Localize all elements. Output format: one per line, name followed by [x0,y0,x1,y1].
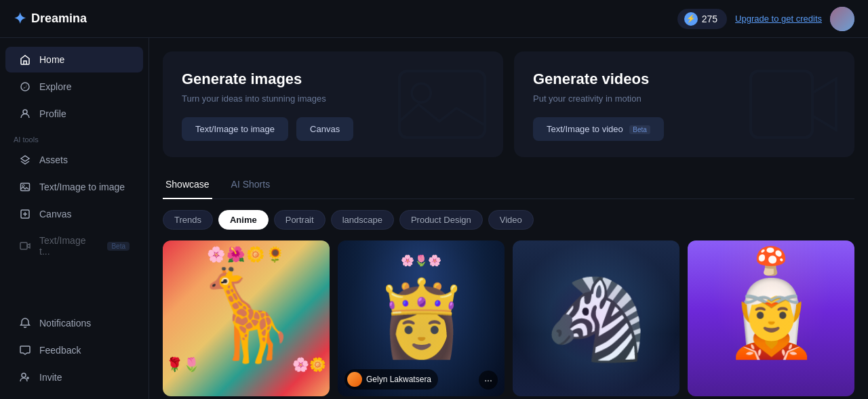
hero-images-buttons: Text/Image to image Canvas [182,117,484,141]
image-grid: 🦒 🌸🌺🌼🌻 🌹🌷 🌸🌼 👸 🌸🌷🌸 Gelyn Lakwatsera [163,240,854,396]
flowers-top: 🌸🌺🌼🌻 [163,246,330,264]
mushroom-glow [688,240,854,396]
sidebar-item-explore[interactable]: Explore [5,74,143,100]
app-name: Dreamina [31,12,87,26]
hero-card-videos-bg [732,51,854,157]
upgrade-link[interactable]: Upgrade to get credits [735,14,822,24]
sidebar-item-profile-label: Profile [39,108,66,119]
text-image-to-video-button[interactable]: Text/Image to video Beta [533,117,664,141]
user-icon [19,108,31,120]
sidebar-item-home-label: Home [39,54,64,65]
credits-icon: ⚡ [684,12,698,26]
author-avatar [347,372,362,387]
sidebar-item-feedback-label: Feedback [39,345,81,356]
bell-icon [19,317,31,329]
beta-badge: Beta [107,242,130,251]
grid-item-zebra-inner: 🦓 [513,240,679,396]
layout: Home Explore Profile AI tools [0,38,868,399]
image-plus-icon [19,181,31,193]
avatar-image [830,7,854,31]
flowers-right: 🌸🌼 [292,356,326,373]
sidebar-item-text-video[interactable]: Text/Image t... Beta [5,228,143,264]
giraffe-emoji: 🦒 [163,240,330,396]
grid-item-anime-girl[interactable]: 👸 🌸🌷🌸 Gelyn Lakwatsera ··· [338,240,505,396]
hero-card-images[interactable]: Generate images Turn your ideas into stu… [163,51,503,157]
more-options-button[interactable]: ··· [479,371,498,390]
main-content: Generate images Turn your ideas into stu… [149,38,868,399]
sidebar: Home Explore Profile AI tools [0,38,149,399]
logo-icon: ✦ [14,10,26,28]
credits-badge[interactable]: ⚡ 275 [677,9,727,29]
hero-card-videos[interactable]: Generate videos Put your creativity in m… [514,51,854,157]
hero-card-images-bg [381,51,503,157]
filter-product-design[interactable]: Product Design [399,210,483,230]
hero-videos-subtitle: Put your creativity in motion [533,93,835,104]
hero-cards: Generate images Turn your ideas into stu… [163,51,854,157]
logo[interactable]: ✦ Dreamina [14,10,87,28]
sidebar-item-feedback[interactable]: Feedback [5,337,143,363]
avatar[interactable] [830,7,854,31]
canvas-button[interactable]: Canvas [296,117,353,141]
ai-tools-label: AI tools [0,127,149,146]
sidebar-item-notifications-label: Notifications [39,318,91,329]
sidebar-item-text-image[interactable]: Text/Image to image [5,174,143,200]
grid-item-zebra[interactable]: 🦓 [513,240,679,396]
topbar-right: ⚡ 275 Upgrade to get credits [677,7,854,31]
sidebar-item-assets[interactable]: Assets [5,147,143,173]
filter-trends[interactable]: Trends [163,210,213,230]
filter-anime[interactable]: Anime [218,210,269,230]
hero-videos-title: Generate videos [533,70,835,88]
message-icon [19,344,31,356]
filter-landscape[interactable]: landscape [331,210,394,230]
user-plus-icon [19,371,31,383]
sidebar-item-profile[interactable]: Profile [5,101,143,127]
sidebar-item-assets-label: Assets [39,154,68,165]
zebra-glow [513,240,679,396]
sidebar-item-canvas[interactable]: Canvas [5,201,143,227]
home-icon [19,54,31,66]
svg-point-3 [22,185,24,187]
sidebar-item-explore-label: Explore [39,81,71,92]
svg-rect-5 [20,243,27,249]
author-name: Gelyn Lakwatsera [366,375,431,384]
sidebar-item-text-image-label: Text/Image to image [39,182,125,192]
tab-showcase[interactable]: Showcase [163,173,212,199]
sidebar-spacer [0,264,149,310]
layers-icon [19,154,31,166]
sidebar-item-notifications[interactable]: Notifications [5,310,143,336]
text-video-btn-label: Text/Image to video [547,124,623,134]
filter-chips: Trends Anime Portrait landscape Product … [163,210,854,230]
hero-images-title: Generate images [182,70,484,88]
grid-item-mushroom-inner: 🧝 🍄 [688,240,854,396]
sidebar-item-invite-label: Invite [39,372,62,383]
svg-point-1 [23,110,27,114]
video-beta-badge: Beta [629,125,650,134]
sidebar-item-invite[interactable]: Invite [5,364,143,390]
hero-videos-buttons: Text/Image to video Beta [533,117,835,141]
sidebar-item-home[interactable]: Home [5,47,143,72]
compass-icon [19,81,31,93]
svg-point-6 [22,373,26,377]
video-icon [19,240,31,252]
canvas-icon [19,208,31,220]
sidebar-item-canvas-label: Canvas [39,209,71,219]
sidebar-item-text-video-label: Text/Image t... [39,235,96,257]
grid-item-mushroom-girl[interactable]: 🧝 🍄 [688,240,854,396]
author-badge-anime: Gelyn Lakwatsera [344,369,438,390]
hero-images-subtitle: Turn your ideas into stunning images [182,93,484,104]
grid-item-giraffe-inner: 🦒 🌸🌺🌼🌻 🌹🌷 🌸🌼 [163,240,330,396]
svg-point-0 [21,83,29,91]
showcase-tabs: Showcase AI Shorts [163,173,854,199]
filter-video[interactable]: Video [488,210,534,230]
text-image-to-image-button[interactable]: Text/Image to image [182,117,288,141]
flowers-left: 🌹🌷 [166,356,200,373]
grid-item-giraffe[interactable]: 🦒 🌸🌺🌼🌻 🌹🌷 🌸🌼 [163,240,330,396]
filter-portrait[interactable]: Portrait [274,210,326,230]
tab-ai-shorts[interactable]: AI Shorts [229,173,273,199]
credits-count: 275 [702,14,717,24]
topbar: ✦ Dreamina ⚡ 275 Upgrade to get credits [0,0,868,38]
